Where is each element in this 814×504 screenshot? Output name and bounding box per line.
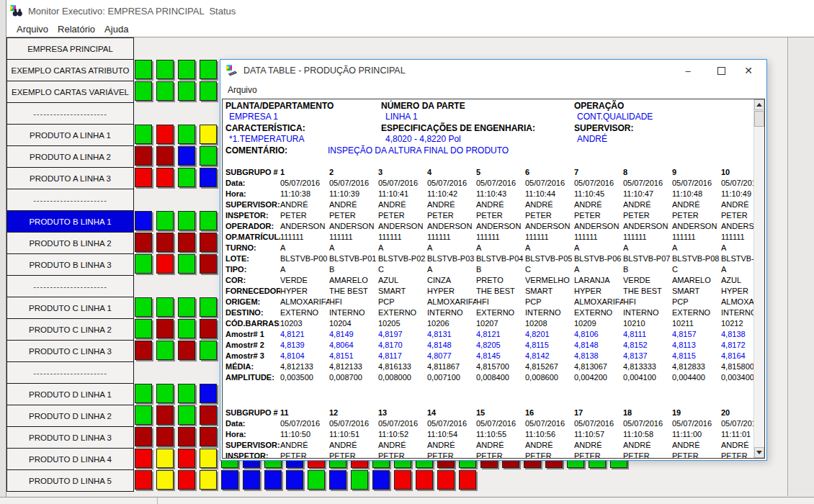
status-cell[interactable] xyxy=(286,470,303,490)
status-cell[interactable] xyxy=(135,449,152,468)
scroll-up-button[interactable] xyxy=(754,99,764,110)
maximize-button[interactable] xyxy=(709,60,733,81)
vertical-scrollbar[interactable] xyxy=(753,99,764,458)
status-cell[interactable] xyxy=(135,427,152,446)
status-cell[interactable] xyxy=(243,470,260,490)
status-cell[interactable] xyxy=(200,297,217,317)
status-cell[interactable] xyxy=(135,233,152,252)
sidebar-item-produto-c-linha-3[interactable]: PRODUTO C LINHA 3 xyxy=(6,340,134,362)
status-cell[interactable] xyxy=(156,405,174,425)
status-cell[interactable] xyxy=(135,319,152,338)
status-cell[interactable] xyxy=(200,81,217,101)
menu-item-arquivo[interactable]: Arquivo xyxy=(17,24,48,35)
sidebar-item-produto-b-linha-3[interactable]: PRODUTO B LINHA 3 xyxy=(6,253,134,276)
sidebar-item-produto-c-linha-2[interactable]: PRODUTO C LINHA 2 xyxy=(6,318,134,341)
status-cell[interactable] xyxy=(156,470,174,490)
status-cell[interactable] xyxy=(156,211,174,230)
minimize-button[interactable]: – xyxy=(676,60,700,81)
status-cell[interactable] xyxy=(200,449,217,468)
sidebar-item-produto-b-linha-1[interactable]: PRODUTO B LINHA 1 xyxy=(6,210,134,233)
status-cell[interactable] xyxy=(178,254,195,274)
status-cell[interactable] xyxy=(308,470,325,490)
status-cell[interactable] xyxy=(156,81,174,101)
sidebar-item-exemplo-cartas-atributo[interactable]: EXEMPLO CARTAS ATRIBUTO xyxy=(6,59,134,81)
dialog-titlebar[interactable]: DATA TABLE - PRODUÇÃO PRINCIPAL – ✕ xyxy=(220,60,766,81)
status-cell[interactable] xyxy=(200,146,217,166)
status-cell[interactable] xyxy=(351,470,368,490)
sidebar-item-produto-b-linha-2[interactable]: PRODUTO B LINHA 2 xyxy=(6,232,134,254)
status-cell[interactable] xyxy=(156,254,174,274)
status-cell[interactable] xyxy=(156,233,174,252)
status-cell[interactable] xyxy=(459,470,476,490)
status-cell[interactable] xyxy=(200,60,217,79)
status-cell[interactable] xyxy=(156,384,174,403)
status-cell[interactable] xyxy=(178,146,195,166)
status-cell[interactable] xyxy=(156,341,174,360)
sidebar-item-produto-a-linha-3[interactable]: PRODUTO A LINHA 3 xyxy=(6,167,134,189)
status-cell[interactable] xyxy=(178,405,195,425)
status-cell[interactable] xyxy=(394,470,411,490)
status-cell[interactable] xyxy=(200,319,217,338)
sidebar-item-produto-a-linha-2[interactable]: PRODUTO A LINHA 2 xyxy=(6,145,134,168)
status-cell[interactable] xyxy=(178,341,195,360)
status-cell[interactable] xyxy=(178,319,195,338)
sidebar-item-produto-d-linha-2[interactable]: PRODUTO D LINHA 2 xyxy=(6,405,134,427)
status-cell[interactable] xyxy=(156,125,174,144)
status-cell[interactable] xyxy=(200,233,217,252)
status-cell[interactable] xyxy=(178,449,195,468)
status-cell[interactable] xyxy=(200,211,217,230)
status-cell[interactable] xyxy=(156,60,174,79)
status-cell[interactable] xyxy=(156,168,174,187)
sidebar-item-produto-a-linha-1[interactable]: PRODUTO A LINHA 1 xyxy=(6,124,134,146)
status-cell[interactable] xyxy=(200,405,217,425)
status-cell[interactable] xyxy=(135,341,152,360)
status-cell[interactable] xyxy=(135,470,152,490)
sidebar-item-produto-c-linha-1[interactable]: PRODUTO C LINHA 1 xyxy=(6,297,134,319)
sidebar-item-empresa-principal[interactable]: EMPRESA PRINCIPAL xyxy=(6,37,134,60)
status-cell[interactable] xyxy=(135,405,152,425)
sidebar-item-produto-d-linha-4[interactable]: PRODUTO D LINHA 4 xyxy=(6,448,134,470)
status-cell[interactable] xyxy=(178,125,195,144)
status-cell[interactable] xyxy=(135,254,152,274)
status-cell[interactable] xyxy=(178,427,195,446)
status-cell[interactable] xyxy=(200,125,217,144)
status-cell[interactable] xyxy=(200,341,217,360)
close-button[interactable]: ✕ xyxy=(736,60,761,81)
sidebar-item-produto-d-linha-1[interactable]: PRODUTO D LINHA 1 xyxy=(6,383,134,405)
status-cell[interactable] xyxy=(200,254,217,274)
status-cell[interactable] xyxy=(135,60,152,79)
status-cell[interactable] xyxy=(135,146,152,166)
status-cell[interactable] xyxy=(178,384,195,403)
sidebar-item-produto-d-linha-3[interactable]: PRODUTO D LINHA 3 xyxy=(6,426,134,449)
status-cell[interactable] xyxy=(221,470,238,490)
status-cell[interactable] xyxy=(200,384,217,403)
status-cell[interactable] xyxy=(156,427,174,446)
scrollbar-thumb[interactable] xyxy=(754,111,764,127)
status-cell[interactable] xyxy=(135,81,152,101)
status-cell[interactable] xyxy=(178,211,195,230)
status-cell[interactable] xyxy=(156,297,174,317)
status-cell[interactable] xyxy=(329,470,346,490)
sidebar-item-produto-d-linha-5[interactable]: PRODUTO D LINHA 5 xyxy=(6,469,134,492)
status-cell[interactable] xyxy=(416,470,433,490)
status-cell[interactable] xyxy=(372,470,390,490)
status-cell[interactable] xyxy=(135,297,152,317)
status-cell[interactable] xyxy=(437,470,455,490)
status-cell[interactable] xyxy=(264,470,282,490)
menu-item-ajuda[interactable]: Ajuda xyxy=(104,24,128,35)
menu-item-arquivo[interactable]: Arquivo xyxy=(228,85,257,95)
status-cell[interactable] xyxy=(178,470,195,490)
status-cell[interactable] xyxy=(178,81,195,101)
menu-item-relat-rio[interactable]: Relatório xyxy=(58,24,95,35)
sidebar-item-exemplo-cartas-vari-vel[interactable]: EXEMPLO CARTAS VARIÁVEL xyxy=(6,81,134,103)
status-cell[interactable] xyxy=(135,125,152,144)
status-cell[interactable] xyxy=(200,168,217,187)
status-cell[interactable] xyxy=(178,297,195,317)
status-cell[interactable] xyxy=(156,449,174,468)
status-cell[interactable] xyxy=(178,168,195,187)
status-cell[interactable] xyxy=(156,146,174,166)
status-cell[interactable] xyxy=(135,168,152,187)
status-cell[interactable] xyxy=(135,211,152,230)
scroll-down-button[interactable] xyxy=(754,447,764,458)
status-cell[interactable] xyxy=(178,60,195,79)
